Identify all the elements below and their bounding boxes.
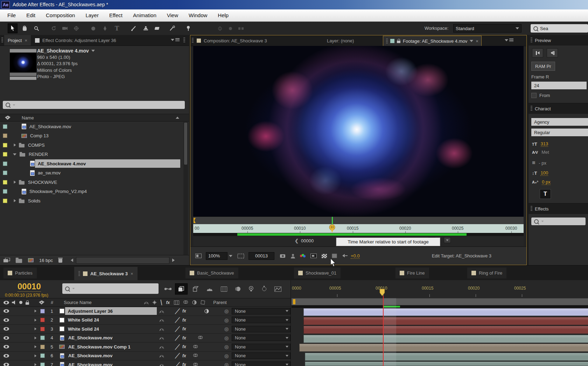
in-point-value[interactable]: 00000	[301, 238, 314, 243]
parent-pickwhip-icon[interactable]: ◎	[224, 309, 229, 313]
quality-switch-icon[interactable]: ╲	[159, 300, 163, 305]
video-column-icon[interactable]	[4, 301, 9, 304]
shy-toggle[interactable]	[160, 364, 164, 366]
parent-dropdown[interactable]: None	[232, 334, 290, 341]
new-composition-icon[interactable]	[28, 258, 34, 262]
close-icon[interactable]: ×	[476, 39, 478, 44]
layer-bar[interactable]	[305, 361, 588, 366]
project-item[interactable]: Solids	[0, 196, 183, 206]
axis-mode2-icon[interactable]	[225, 23, 235, 33]
menu-animation[interactable]: Animation	[128, 9, 162, 21]
parent-pickwhip-icon[interactable]: ◎	[224, 345, 229, 349]
frame-blend-toggle[interactable]	[198, 336, 203, 340]
layer-label-swatch[interactable]	[40, 327, 45, 331]
shy-toggle[interactable]	[160, 329, 164, 331]
horizontal-scrollbar[interactable]	[76, 257, 169, 264]
shy-toggle[interactable]	[160, 319, 164, 322]
axis-mode3-icon[interactable]	[236, 23, 246, 33]
expand-arrow-icon[interactable]	[14, 144, 16, 147]
playhead-marker[interactable]	[379, 289, 385, 296]
show-snapshot-icon[interactable]	[291, 254, 295, 258]
menu-window[interactable]: Window	[183, 9, 212, 21]
project-item[interactable]: RENDER	[0, 150, 183, 159]
font-family-dropdown[interactable]: Agency	[531, 118, 588, 126]
exposure-value[interactable]: +0.0	[351, 253, 360, 259]
previous-frame-button[interactable]	[547, 48, 558, 57]
menu-file[interactable]: File	[2, 9, 21, 21]
quality-toggle[interactable]: ╱	[175, 317, 180, 323]
preview-panel-header[interactable]: Preview	[528, 35, 588, 46]
from-checkbox[interactable]	[531, 93, 537, 98]
layer-row[interactable]: 4 AE_Shockwave.mov ╱ fx ◎ None	[0, 334, 290, 343]
roto-brush-tool[interactable]	[167, 23, 177, 33]
current-frame-field[interactable]: 00013	[248, 252, 274, 260]
parent-dropdown[interactable]: None	[232, 326, 290, 332]
parent-pickwhip-icon[interactable]: ◎	[224, 318, 229, 322]
overlay-edit-button[interactable]	[444, 237, 451, 243]
tab-project[interactable]: Project ×	[4, 35, 31, 46]
fx-switch-icon[interactable]: fx	[166, 300, 170, 305]
font-style-dropdown[interactable]: Regular	[531, 129, 588, 136]
audio-column-icon[interactable]	[12, 301, 16, 305]
label-color-swatch[interactable]	[3, 133, 7, 138]
delete-icon[interactable]	[58, 259, 62, 263]
label-color-swatch[interactable]	[3, 143, 7, 147]
channel-icon[interactable]	[300, 254, 306, 258]
resolution-icon[interactable]	[310, 254, 317, 258]
clone-stamp-tool[interactable]	[141, 23, 150, 33]
visibility-eye-icon[interactable]	[4, 345, 9, 348]
source-name-column-header[interactable]: Source Name	[64, 300, 91, 305]
expand-arrow-icon[interactable]	[35, 354, 37, 357]
label-column-icon[interactable]	[39, 301, 44, 305]
axis-mode-icon[interactable]	[215, 23, 225, 33]
parent-pickwhip-icon[interactable]: ◎	[224, 362, 229, 366]
layer-bar[interactable]	[303, 317, 588, 325]
layer-label-swatch[interactable]	[40, 362, 45, 366]
character-panel-header[interactable]: Charact	[528, 103, 588, 114]
panel-menu-icon[interactable]	[171, 38, 180, 41]
tab-composition[interactable]: Composition: AE_Shockwave 3	[197, 35, 267, 46]
timeline-tab-active[interactable]: AE_Shockwave 3 ×	[74, 267, 138, 281]
project-item[interactable]: Comp 13	[0, 131, 183, 141]
shy-toggle[interactable]	[160, 346, 164, 349]
panel-grip[interactable]	[192, 38, 194, 43]
expand-arrow-icon[interactable]	[35, 327, 37, 330]
frame-blend-toggle[interactable]	[193, 345, 198, 349]
quality-toggle[interactable]: ╱	[175, 362, 180, 366]
ram-preview-button[interactable]: RAM Pr	[531, 62, 555, 71]
expand-arrow-icon[interactable]	[35, 363, 37, 366]
always-preview-icon[interactable]	[195, 254, 202, 258]
type-tool[interactable]: T	[112, 23, 122, 33]
first-frame-button[interactable]	[532, 48, 543, 57]
timeline-tab[interactable]: Basic_Shockwave	[186, 268, 238, 278]
layer-bar[interactable]	[303, 326, 588, 334]
layer-row[interactable]: 3 White Solid 24 ╱ fx ◎ None	[0, 325, 290, 334]
work-area-bar[interactable]	[292, 298, 588, 305]
expand-arrow-icon[interactable]	[14, 181, 16, 184]
graph-editor-icon[interactable]	[271, 284, 285, 294]
quality-toggle[interactable]: ╱	[175, 326, 180, 332]
scrub-bar[interactable]	[193, 216, 524, 224]
collapse-switch-icon[interactable]	[153, 301, 156, 304]
frame-rate-input[interactable]: 24	[531, 82, 587, 89]
tab-layer[interactable]: Layer: (none)	[327, 35, 354, 46]
menu-view[interactable]: View	[162, 9, 183, 21]
label-column-icon[interactable]	[5, 116, 10, 120]
mini-flowchart-icon[interactable]	[161, 284, 175, 294]
scroll-right-icon[interactable]	[172, 258, 175, 262]
motion-blur-icon[interactable]	[231, 284, 244, 294]
timeline-tab[interactable]: Shockwave_01	[294, 268, 341, 278]
lock-icon[interactable]	[397, 41, 400, 43]
expand-arrow-icon[interactable]	[14, 199, 16, 202]
visibility-eye-icon[interactable]	[4, 318, 9, 322]
parent-pickwhip-icon[interactable]: ◎	[224, 327, 229, 331]
quality-toggle[interactable]: ╱	[175, 309, 180, 314]
work-area-start-marker[interactable]	[293, 299, 295, 304]
current-time-display[interactable]: 00010	[18, 282, 41, 292]
draft-3d-icon[interactable]	[188, 284, 202, 294]
quality-toggle[interactable]: ╱	[175, 353, 180, 358]
menu-edit[interactable]: Edit	[21, 9, 41, 21]
close-icon[interactable]: ×	[131, 271, 133, 276]
kerning-value[interactable]: Met	[541, 150, 549, 155]
project-item-selected[interactable]: AE_Shockwave 4.mov	[0, 159, 183, 168]
